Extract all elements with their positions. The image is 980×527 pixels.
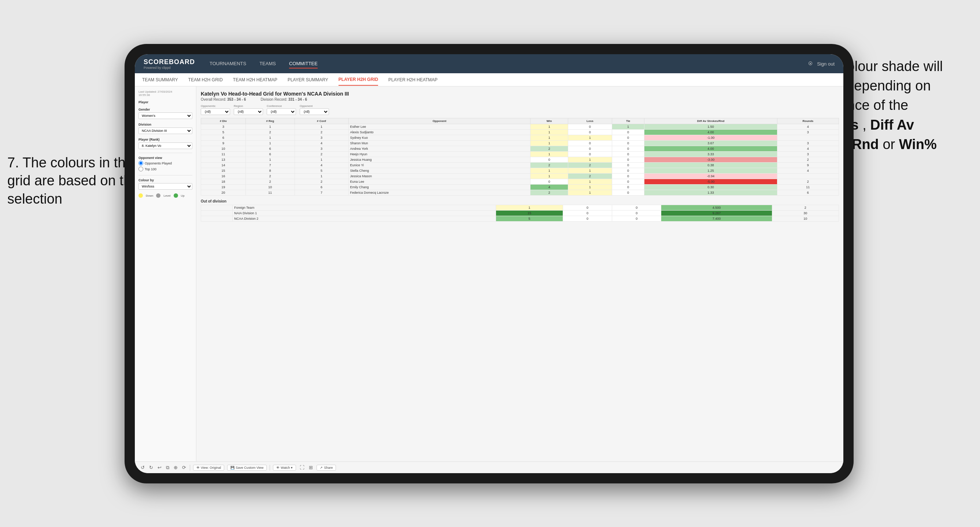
watch-icon: 👁: [276, 466, 280, 470]
undo-button[interactable]: ↺: [140, 464, 145, 471]
table-row: Foreign Team 1 0 0 4.500 2: [201, 205, 839, 211]
redo-button[interactable]: ↻: [148, 464, 154, 471]
share-icon: ↗: [320, 466, 323, 470]
sidebar-divider-1: [138, 153, 192, 153]
sub-nav-team-h2h-grid[interactable]: TEAM H2H GRID: [188, 75, 223, 85]
save-custom-view-button[interactable]: 💾 Save Custom View: [227, 465, 267, 471]
save-icon: 💾: [231, 466, 234, 470]
tablet-screen: SCOREBOARD Powered by clippd TOURNAMENTS…: [135, 54, 843, 473]
logo-sub: Powered by clippd: [143, 66, 195, 70]
paste-button[interactable]: ⊕: [173, 464, 178, 471]
radio-opponents-played[interactable]: Opponents Played: [138, 161, 192, 165]
table-row: 9 1 4 Sharon Mun 1 0 0 3.67 3: [201, 141, 839, 146]
nav-committee[interactable]: COMMITTEE: [289, 59, 318, 68]
export-button[interactable]: ⊞: [308, 464, 313, 471]
out-of-division-table: Foreign Team 1 0 0 4.500 2 NAIA Division…: [201, 205, 839, 222]
sub-nav-team-summary[interactable]: TEAM SUMMARY: [142, 75, 178, 85]
sidebar-colour-section: Colour by Win/loss: [138, 178, 192, 190]
sub-nav-player-h2h-grid[interactable]: PLAYER H2H GRID: [339, 74, 378, 86]
nav-teams[interactable]: TEAMS: [259, 59, 276, 68]
col-loss: Loss: [568, 118, 612, 124]
filter-opponent: Opponent (All): [300, 105, 329, 115]
col-win: Win: [530, 118, 568, 124]
colour-by-select[interactable]: Win/loss: [138, 183, 192, 190]
conference-filter-select[interactable]: (All): [267, 108, 296, 115]
main-content: Last Updated: 27/03/2024 16:55:38 Player…: [135, 86, 843, 462]
col-div: # Div: [201, 118, 246, 124]
table-row: 19 10 6 Emily Chang 4 1 0 0.30 11: [201, 184, 839, 190]
toolbar-sep-2: [270, 465, 270, 471]
division-record: Division Record: 331 - 34 - 6: [261, 97, 307, 102]
nav-user-icon: ⦿: [808, 61, 813, 66]
sub-nav-team-h2h-heatmap[interactable]: TEAM H2H HEATMAP: [233, 75, 277, 85]
sub-nav: TEAM SUMMARY TEAM H2H GRID TEAM H2H HEAT…: [135, 73, 843, 86]
sidebar-player-rank-section: Player (Rank) 8. Katelyn Vo: [138, 138, 192, 149]
table-row: 16 2 1 Jessica Mason 1 2 0 -0.94: [201, 174, 839, 179]
main-data-table: # Div # Reg # Conf Opponent Win Loss Tie…: [201, 118, 839, 195]
sidebar-player-section: Player: [138, 100, 192, 104]
legend-dot-up: [173, 194, 178, 198]
table-row: 5 2 2 Alexis Sudjianto 1 0 0 4.00 3: [201, 130, 839, 135]
filter-opponents: Opponents: (All): [201, 105, 230, 115]
nav-sign-out[interactable]: Sign out: [817, 60, 835, 68]
out-of-division-header: Out of division: [201, 199, 839, 203]
legend-dot-down: [138, 194, 143, 198]
view-original-button[interactable]: 👁 View: Original: [193, 465, 224, 471]
region-filter-select[interactable]: (All): [234, 108, 263, 115]
share-button[interactable]: ↗ Share: [317, 465, 336, 471]
legend-dot-level: [156, 194, 161, 198]
sidebar-gender-section: Gender Women's: [138, 108, 192, 119]
logo-area: SCOREBOARD Powered by clippd: [143, 58, 195, 70]
table-row: 6 1 3 Sydney Kuo 1 1 0 -1.00: [201, 135, 839, 141]
table-row: 13 1 1 Jessica Huang 0 1 0 -3.00 2: [201, 157, 839, 163]
sidebar-division-section: Division NCAA Division III: [138, 123, 192, 134]
overall-record: Overall Record: 353 - 34 - 6: [201, 97, 246, 102]
filters-row: Opponents: (All) Region (All) Conference: [201, 105, 839, 115]
top-nav: SCOREBOARD Powered by clippd TOURNAMENTS…: [135, 54, 843, 73]
sidebar-radio-group: Opponents Played Top 100: [138, 161, 192, 171]
sidebar: Last Updated: 27/03/2024 16:55:38 Player…: [135, 86, 196, 462]
sidebar-opponent-view-section: Opponent view Opponents Played Top 100: [138, 156, 192, 171]
grid-title: Katelyn Vo Head-to-Head Grid for Women's…: [201, 91, 839, 97]
nav-items: TOURNAMENTS TEAMS COMMITTEE: [210, 59, 808, 68]
back-button[interactable]: ↩: [157, 464, 162, 471]
opponent-filter-select[interactable]: (All): [300, 108, 329, 115]
colour-legend: Down Level Up: [138, 194, 192, 198]
table-row: 14 7 4 Eunice Yi 2 2 0 0.38 9: [201, 163, 839, 168]
nav-tournaments[interactable]: TOURNAMENTS: [210, 59, 246, 68]
table-row: NAIA Division 1 15 0 0 9.267 30: [201, 211, 839, 216]
table-row: 15 8 5 Stella Cheng 1 1 0 1.25 4: [201, 168, 839, 174]
toolbar-sep-1: [190, 465, 190, 471]
table-row: 20 11 7 Federica Domecq Lacroze 2 1 0 1.…: [201, 190, 839, 195]
filter-conference: Conference (All): [267, 105, 296, 115]
fullscreen-button[interactable]: ⛶: [299, 464, 305, 471]
radio-top100[interactable]: Top 100: [138, 167, 192, 171]
tablet-frame: SCOREBOARD Powered by clippd TOURNAMENTS…: [124, 44, 854, 483]
filter-region: Region (All): [234, 105, 263, 115]
table-row: NCAA Division 2 5 0 0 7.400 10: [201, 216, 839, 222]
opponents-filter-select[interactable]: (All): [201, 108, 230, 115]
table-row: 18 2 2 Euna Lee 0 1 0 -5.00 2: [201, 179, 839, 184]
refresh-button[interactable]: ⟳: [181, 464, 187, 471]
content-area: Katelyn Vo Head-to-Head Grid for Women's…: [196, 86, 843, 462]
table-row: 3 1 1 Esther Lee 1 0 1 1.50 4: [201, 124, 839, 130]
col-tie: Tie: [612, 118, 644, 124]
watch-chevron-icon: ▾: [291, 466, 293, 470]
grid-subtitle: Overall Record: 353 - 34 - 6 Division Re…: [201, 97, 839, 102]
col-conf: # Conf: [294, 118, 348, 124]
player-rank-select[interactable]: 8. Katelyn Vo: [138, 143, 192, 149]
sub-nav-player-h2h-heatmap[interactable]: PLAYER H2H HEATMAP: [388, 75, 438, 85]
view-icon: 👁: [196, 466, 200, 470]
table-row: 10 6 3 Andrea York 2 0 0 4.00 4: [201, 146, 839, 152]
sidebar-divider-2: [138, 175, 192, 175]
col-diff: Diff Av Strokes/Rnd: [644, 118, 777, 124]
logo-text: SCOREBOARD: [143, 58, 195, 66]
watch-button[interactable]: 👁 Watch ▾: [273, 465, 296, 471]
sub-nav-player-summary[interactable]: PLAYER SUMMARY: [288, 75, 328, 85]
bottom-toolbar: ↺ ↻ ↩ ⧉ ⊕ ⟳ 👁 View: Original 💾 Save Cust…: [135, 462, 843, 473]
table-row: 11 6 2 Heejo Hyun 1 0 0 3.33 3: [201, 152, 839, 157]
gender-select[interactable]: Women's: [138, 113, 192, 119]
col-reg: # Reg: [245, 118, 294, 124]
copy-button[interactable]: ⧉: [165, 464, 170, 471]
division-select[interactable]: NCAA Division III: [138, 127, 192, 134]
